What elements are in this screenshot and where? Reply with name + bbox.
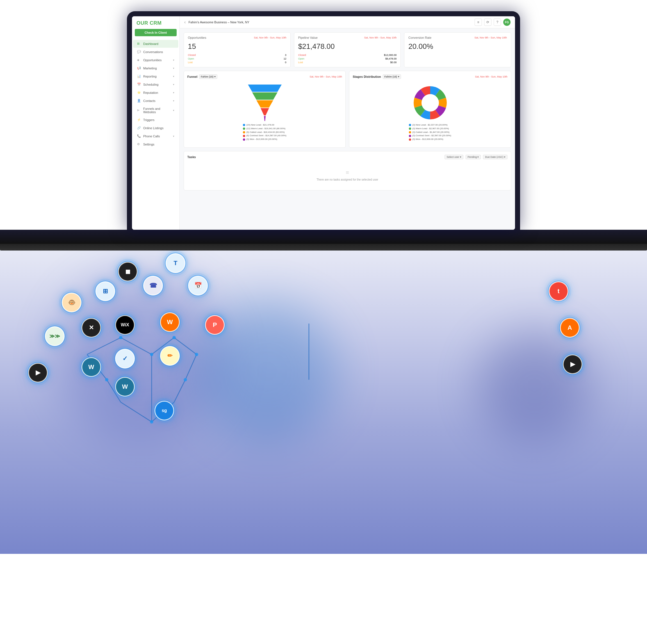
node-calendar[interactable]: 📅 [188,276,208,295]
legend-item: (9) Called Lead - $16,434.00 (60.00%) [243,131,286,134]
legend-item: (3) Contract Sent - $2,587.00 (20.00%) [409,134,451,138]
sidebar-item-opportunities[interactable]: ◈ Opportunities ▾ [133,56,178,64]
node-wix[interactable]: WiX [115,315,135,335]
wordpress-icon-2: W [115,377,135,397]
metric-row-closed: Closed $12,000.00 [298,54,397,57]
user-filter[interactable]: Select user ▾ [444,155,463,159]
sidebar: OUR CRM Check In Client ⊞ Dashboard 💬 Co… [132,16,180,230]
funnel-legend: (15) New Lead - $21,478.00 (12) Warm Lea… [243,123,286,141]
sidebar-item-marketing[interactable]: 📢 Marketing ▾ [133,64,178,72]
phone-app-icon: ☎ [143,276,163,295]
node-wobify[interactable]: W [160,312,180,332]
help-icon-btn[interactable]: ? [494,18,501,26]
node-producthunt[interactable]: P [205,315,225,335]
glow-blob [479,329,591,441]
legend-item: (3) Won - $12,000.00 (20.00%) [243,138,286,141]
laptop-hinge [0,230,647,244]
scheduling-icon: 📅 [137,83,141,86]
legend-dot [409,135,411,137]
dashboard-icon: ⊞ [137,42,141,46]
node-buffer[interactable]: ⊞ [95,281,115,301]
chevron-icon: ▾ [173,59,174,62]
metric-date: Sat, Nov 9th - Sun, May 10th [254,36,286,39]
appsmith-icon: A [560,318,580,338]
sidebar-item-label: Settings [143,143,154,146]
chevron-icon: ▾ [173,135,174,138]
sidebar-item-dashboard[interactable]: ⊞ Dashboard [133,40,178,48]
tasks-header: Tasks Select user ▾ Pending ▾ Due Date (… [187,155,507,159]
svg-marker-1 [252,92,277,100]
sidebar-item-reporting[interactable]: 📊 Reporting ▾ [133,72,178,80]
sidebar-item-label: Reporting [143,75,157,78]
metric-breakdown: Closed 3 Open 12 Lost 0 [188,54,286,64]
date-filter[interactable]: Due Date (ASC) ▾ [483,155,507,159]
back-button[interactable]: ‹ [184,20,186,25]
node-checkmark[interactable]: ✓ [115,349,135,368]
metric-title: Opportunities [188,36,206,39]
sidebar-item-listings[interactable]: 🔗 Online Listings [133,124,178,132]
funnel-date: Sat, Nov 9th - Sun, May 10th [309,75,342,78]
squarespace-icon: ◼ [118,262,138,281]
legend-dot [243,138,245,141]
metric-header: Pipeline Value Sat, Nov 9th - Sun, May 1… [298,36,397,39]
metrics-row: Opportunities Sat, Nov 9th - Sun, May 10… [184,32,511,67]
sidebar-item-label: Dashboard [143,42,158,46]
sidebar-item-label: Funnels and Websites [143,107,171,114]
menu-icon-btn[interactable]: ≡ [475,18,482,26]
node-upwork[interactable]: ≫≫ [45,326,65,346]
sidebar-item-conversations[interactable]: 💬 Conversations [133,48,178,56]
stages-filter[interactable]: Fahim (15) ▾ [383,74,401,79]
sidebar-item-scheduling[interactable]: 📅 Scheduling ▾ [133,81,178,88]
node-tutanota[interactable]: t [549,281,568,301]
sidebar-item-settings[interactable]: ⚙ Settings [133,140,178,148]
triggers-icon: ⚡ [137,118,141,122]
stages-date: Sat, Nov 9th - Sun, May 10th [475,75,507,78]
funnel-filter[interactable]: Fahim (15) ▾ [199,74,217,79]
pie-chart: (3) New Lead - $2,337.00 (20.00%) (3) Wa… [353,82,507,144]
sidebar-item-triggers[interactable]: ⚡ Triggers [133,116,178,124]
chevron-icon: ▾ [173,91,174,94]
node-text[interactable]: T [166,253,185,273]
metric-row-open: Open 12 [188,57,286,60]
crm-screen: OUR CRM Check In Client ⊞ Dashboard 💬 Co… [132,16,515,230]
upwork-icon: ≫≫ [45,326,65,346]
metric-value: $21,478.00 [298,42,397,51]
node-squarespace[interactable]: ◼ [118,262,138,281]
sidebar-item-reputation[interactable]: ⭐ Reputation ▾ [133,89,178,96]
tutanota-icon: t [549,281,568,301]
pie-legend: (3) New Lead - $2,337.00 (20.00%) (3) Wa… [409,123,451,141]
node-wordpress-2[interactable]: W [115,377,135,397]
user-avatar[interactable]: FG [503,18,510,26]
sidebar-item-phone[interactable]: 📞 Phone Calls ▾ [133,132,178,140]
lost-value: 0 [285,61,286,64]
chart-header: Funnel Fahim (15) ▾ Sat, Nov 9th - Sun, … [187,74,342,79]
wobify-icon: W [160,312,180,332]
legend-item: (3) New Lead - $2,337.00 (20.00%) [409,123,451,127]
metric-row-lost: Lost 0 [188,61,286,64]
laptop-container: OUR CRM Check In Client ⊞ Dashboard 💬 Co… [0,0,647,251]
node-phone[interactable]: ☎ [143,276,163,295]
legend-dot [243,128,245,130]
lost-value: $0.00 [390,61,397,64]
svg-point-10 [424,96,436,109]
svg-marker-3 [261,108,269,116]
funnel-card: Funnel Fahim (15) ▾ Sat, Nov 9th - Sun, … [184,71,346,148]
node-sendgrid[interactable]: sg [154,401,174,420]
legend-item: (6) Contract Sent - $14,587.00 (40.00%) [243,134,286,138]
chevron-icon: ▾ [173,67,174,70]
business-name: Fahim's Awesome Business – New York, NY [189,20,249,24]
node-xero[interactable]: ✕ [81,318,101,338]
listings-icon: 🔗 [137,126,141,130]
checkin-button[interactable]: Check In Client [135,29,176,36]
sidebar-item-contacts[interactable]: 👤 Contacts ▾ [133,97,178,105]
node-arrow2[interactable]: ▶ [563,354,582,374]
node-wordpress-1[interactable]: W [81,357,101,377]
sidebar-item-label: Triggers [143,118,154,122]
status-filter[interactable]: Pending ▾ [465,155,481,159]
node-mailchimp[interactable]: 🐵 [62,293,81,312]
sidebar-item-funnels[interactable]: ⊳ Funnels and Websites ▾ [133,105,178,116]
refresh-icon-btn[interactable]: ⟳ [484,18,491,26]
node-arrow[interactable]: ▶ [28,363,48,382]
node-pencil[interactable]: ✏ [160,346,180,366]
node-appsmith[interactable]: A [560,318,580,338]
